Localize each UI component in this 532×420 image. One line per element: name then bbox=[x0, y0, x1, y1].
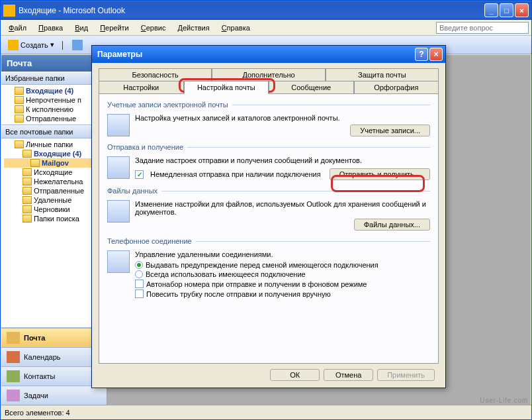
folder-followup[interactable]: К исполнению bbox=[4, 105, 104, 114]
dialog-titlebar[interactable]: Параметры ? × bbox=[92, 46, 445, 63]
folder-icon bbox=[15, 96, 24, 104]
status-item-count: Всего элементов: 4 bbox=[5, 409, 70, 417]
group-dialup: Телефонное соединение Управление удаленн… bbox=[107, 237, 430, 299]
folder-icon bbox=[15, 87, 24, 95]
folder-inbox[interactable]: Входящие (4) bbox=[4, 149, 104, 158]
folder-icon bbox=[15, 140, 24, 148]
immediate-send-label: Немедленная отправка при наличии подключ… bbox=[150, 170, 323, 178]
folder-icon bbox=[22, 196, 32, 204]
folder-deleted[interactable]: Удаленные bbox=[4, 195, 104, 205]
nav-tasks-button[interactable]: Задачи bbox=[1, 386, 107, 405]
datafiles-icon bbox=[107, 200, 130, 223]
watermark: User-Life.com bbox=[480, 397, 528, 404]
warn-switch-label: Выдавать предупреждение перед сменой име… bbox=[146, 261, 378, 269]
mail-icon bbox=[7, 332, 20, 344]
dialup-description: Управление удаленными соединениями. bbox=[135, 250, 430, 258]
tab-spelling[interactable]: Орфография bbox=[354, 81, 439, 94]
group-send-receive: Отправка и получение Задание настроек от… bbox=[107, 143, 430, 180]
folder-icon bbox=[15, 105, 24, 113]
window-title: Входящие - Microsoft Outlook bbox=[19, 6, 484, 15]
menu-goto[interactable]: Перейти bbox=[95, 22, 134, 34]
menu-view[interactable]: Вид bbox=[69, 22, 93, 34]
ask-question-input[interactable] bbox=[436, 22, 529, 34]
menu-tools[interactable]: Сервис bbox=[136, 22, 171, 34]
tab-message[interactable]: Сообщение bbox=[269, 81, 354, 94]
folder-sent-fav[interactable]: Отправленные bbox=[4, 114, 104, 123]
always-use-label: Всегда использовать имеющееся подключени… bbox=[146, 270, 306, 278]
tab-advanced[interactable]: Дополнительно bbox=[212, 68, 325, 81]
warn-switch-radio[interactable] bbox=[135, 261, 143, 269]
menubar: Файл Правка Вид Перейти Сервис Действия … bbox=[1, 20, 531, 36]
group-email-accounts: Учетные записи электронной почты Настрой… bbox=[107, 101, 430, 136]
folder-icon bbox=[15, 115, 24, 123]
folder-icon bbox=[22, 168, 32, 176]
contacts-icon bbox=[7, 370, 20, 382]
folder-icon bbox=[22, 178, 32, 185]
menu-file[interactable]: Файл bbox=[3, 22, 32, 34]
folder-junk[interactable]: Нежелательна bbox=[4, 177, 104, 186]
tab-security[interactable]: Безопасность bbox=[99, 68, 212, 81]
new-mail-icon bbox=[8, 40, 19, 50]
folder-inbox-fav[interactable]: Входящие (4) bbox=[4, 86, 104, 95]
close-button[interactable]: × bbox=[515, 3, 529, 17]
statusbar: Всего элементов: 4 bbox=[1, 405, 531, 419]
folder-icon bbox=[22, 150, 32, 158]
apply-button[interactable]: Применить bbox=[377, 369, 435, 381]
folder-mailgov[interactable]: Mailgov bbox=[4, 158, 104, 168]
tasks-icon bbox=[7, 390, 20, 401]
tab-mail-setup[interactable]: Настройка почты bbox=[184, 81, 269, 94]
chevron-down-icon: ▾ bbox=[50, 40, 54, 49]
folder-icon bbox=[22, 205, 32, 213]
immediate-send-checkbox[interactable]: ✓ bbox=[135, 170, 144, 179]
autodial-checkbox[interactable] bbox=[135, 280, 144, 288]
menu-edit[interactable]: Правка bbox=[33, 22, 68, 34]
dialog-buttons: ОК Отмена Применить bbox=[99, 364, 439, 388]
folder-drafts[interactable]: Черновики bbox=[4, 205, 104, 214]
print-icon bbox=[72, 40, 83, 50]
dialog-title: Параметры bbox=[95, 50, 415, 59]
accounts-description: Настройка учетных записей и каталогов эл… bbox=[135, 114, 430, 122]
tabs-row-top: Безопасность Дополнительно Защита почты bbox=[99, 68, 439, 81]
minimize-button[interactable]: _ bbox=[484, 3, 498, 17]
titlebar[interactable]: Входящие - Microsoft Outlook _ □ × bbox=[1, 1, 531, 20]
maximize-button[interactable]: □ bbox=[500, 3, 513, 17]
dialup-icon bbox=[107, 250, 130, 273]
folder-unread[interactable]: Непрочтенные п bbox=[4, 95, 104, 105]
options-dialog: Параметры ? × Безопасность Дополнительно… bbox=[91, 45, 446, 388]
group-title-sendrecv: Отправка и получение bbox=[107, 143, 430, 152]
menu-actions[interactable]: Действия bbox=[172, 22, 214, 34]
data-files-button[interactable]: Файлы данных... bbox=[354, 219, 430, 231]
ok-button[interactable]: ОК bbox=[270, 369, 320, 381]
dialog-body: Безопасность Дополнительно Защита почты … bbox=[92, 63, 445, 388]
sendrecv-description: Задание настроек отправки и получения со… bbox=[135, 156, 430, 164]
tab-preferences[interactable]: Настройки bbox=[99, 81, 184, 94]
calendar-icon bbox=[7, 351, 20, 363]
accounts-icon bbox=[107, 114, 130, 136]
always-use-radio[interactable] bbox=[135, 270, 143, 278]
folder-personal[interactable]: Личные папки bbox=[4, 140, 104, 149]
menu-help[interactable]: Справка bbox=[216, 22, 255, 34]
toolbar-create-label: Создать bbox=[21, 41, 48, 49]
ask-question-box[interactable] bbox=[436, 22, 529, 34]
hangup-label: Повесить трубку после отправки и получен… bbox=[146, 290, 331, 298]
group-title-accounts: Учетные записи электронной почты bbox=[107, 101, 430, 110]
folder-outbox[interactable]: Исходящие bbox=[4, 168, 104, 177]
sendrecv-icon bbox=[107, 156, 130, 179]
folder-icon bbox=[30, 159, 40, 167]
folder-search[interactable]: Папки поиска bbox=[4, 214, 104, 223]
group-title-datafiles: Файлы данных bbox=[107, 187, 430, 196]
send-receive-button[interactable]: Отправить и получить... bbox=[330, 168, 430, 180]
toolbar-print-button[interactable] bbox=[67, 38, 87, 52]
tab-page-mail-setup: Учетные записи электронной почты Настрой… bbox=[99, 94, 439, 364]
group-data-files: Файлы данных Изменение настройки для фай… bbox=[107, 187, 430, 231]
hangup-checkbox[interactable] bbox=[135, 289, 144, 298]
cancel-button[interactable]: Отмена bbox=[324, 369, 373, 381]
dialog-close-button[interactable]: × bbox=[429, 48, 443, 61]
datafiles-description: Изменение настройки для файлов, использу… bbox=[135, 200, 430, 216]
tab-mail-protection[interactable]: Защита почты bbox=[326, 68, 439, 81]
toolbar-create-button[interactable]: Создать ▾ bbox=[3, 38, 59, 52]
dialog-help-button[interactable]: ? bbox=[415, 48, 428, 61]
group-title-dialup: Телефонное соединение bbox=[107, 237, 430, 246]
email-accounts-button[interactable]: Учетные записи... bbox=[350, 125, 430, 136]
folder-sent[interactable]: Отправленные bbox=[4, 186, 104, 195]
